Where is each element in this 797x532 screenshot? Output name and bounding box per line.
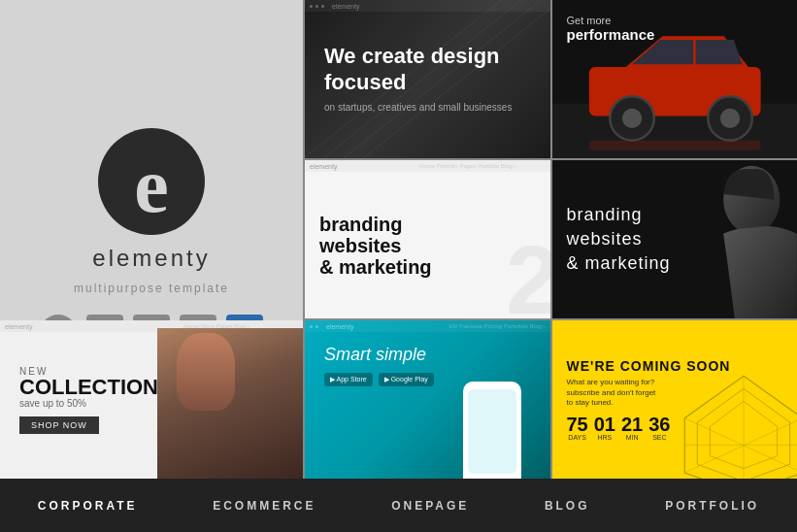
countdown-min-num: 21: [621, 415, 643, 434]
bottom-nav: CORPORATE ECOMMERCE ONEPAGE BLOG PORTFOL…: [0, 479, 797, 532]
branding-light-header: elementy Home Portfolio Pages Portfolio …: [305, 160, 550, 172]
svg-point-16: [621, 109, 641, 128]
nav-item-portfolio[interactable]: PORTFOLIO: [646, 499, 779, 513]
countdown-sec: 36 SEC: [648, 415, 670, 441]
fashion-heading: COLLECTION: [19, 377, 158, 398]
app-text: Smart simple ▶ App Store ▶ Google Play: [324, 345, 434, 386]
cell-coming: WE'RE COMING SOON What are you waiting f…: [552, 320, 798, 479]
brand-name: elementy: [92, 245, 210, 272]
car-line2: performance: [567, 26, 655, 43]
woman-photo: [157, 328, 303, 479]
svg-point-18: [719, 109, 739, 128]
nav-item-corporate[interactable]: CORPORATE: [18, 499, 157, 513]
nav-item-ecommerce[interactable]: ECOMMERCE: [193, 499, 335, 513]
cell-app: elementy EN Translate Pricing Portofolio…: [305, 320, 550, 479]
svg-rect-19: [588, 141, 760, 150]
countdown: 75 DAYS 01 HRS 21 MIN 36 SEC: [567, 415, 731, 441]
cell-branding-light: elementy Home Portfolio Pages Portfolio …: [305, 160, 550, 318]
countdown-min-label: MIN: [621, 434, 643, 441]
countdown-hrs-num: 01: [594, 415, 615, 434]
countdown-days: 75 DAYS: [567, 415, 588, 441]
cell-fashion: elementy Home Shop Pages Blog › NEW COLL…: [0, 320, 303, 479]
cell-car: Get more performance: [552, 0, 798, 158]
branding-dark-heading: brandingwebsites& marketing: [567, 203, 671, 277]
grid-area: e elementy multipurpose template: [0, 0, 797, 479]
coming-subtext: What are you waiting for? subscribe and …: [567, 378, 664, 408]
design-subtext: on startups, creatives and small busines…: [324, 101, 531, 115]
countdown-min: 21 MIN: [621, 415, 643, 441]
nav-item-blog[interactable]: BLOG: [525, 499, 610, 513]
fashion-text: NEW COLLECTION save up to 50% SHOP NOW: [19, 366, 158, 434]
fashion-button[interactable]: SHOP NOW: [19, 416, 99, 434]
countdown-hrs: 01 HRS: [594, 415, 615, 441]
logo-letter: e: [134, 147, 169, 224]
phone-shape: [463, 382, 521, 479]
countdown-days-label: DAYS: [567, 434, 588, 441]
countdown-hrs-label: HRS: [594, 434, 615, 441]
car-line1: Get more: [567, 15, 655, 26]
countdown-sec-label: SEC: [648, 434, 670, 441]
countdown-days-num: 75: [567, 415, 588, 434]
coming-text: WE'RE COMING SOON What are you waiting f…: [567, 358, 731, 440]
logo-circle: e: [98, 128, 205, 235]
main-container: e elementy multipurpose template: [0, 0, 797, 532]
countdown-sec-num: 36: [648, 415, 670, 434]
app-header: elementy EN Translate Pricing Portofolio…: [305, 320, 550, 332]
fashion-sub: save up to 50%: [19, 398, 158, 409]
car-text: Get more performance: [567, 15, 655, 43]
design-text: We create design focused on startups, cr…: [324, 44, 531, 115]
coming-heading: WE'RE COMING SOON: [567, 358, 731, 374]
design-mini-header: elementy: [305, 0, 550, 12]
app-heading: Smart simple: [324, 345, 434, 365]
cell-design: elementy We create design focused on sta…: [305, 0, 550, 158]
brand-tagline: multipurpose template: [74, 282, 229, 295]
design-heading: We create design focused: [324, 44, 531, 95]
big-number: 2: [506, 231, 550, 318]
branding-light-heading: brandingwebsites& marketing: [319, 214, 432, 278]
cell-branding-dark: brandingwebsites& marketing: [552, 160, 798, 318]
nav-item-onepage[interactable]: ONEPAGE: [372, 499, 488, 513]
